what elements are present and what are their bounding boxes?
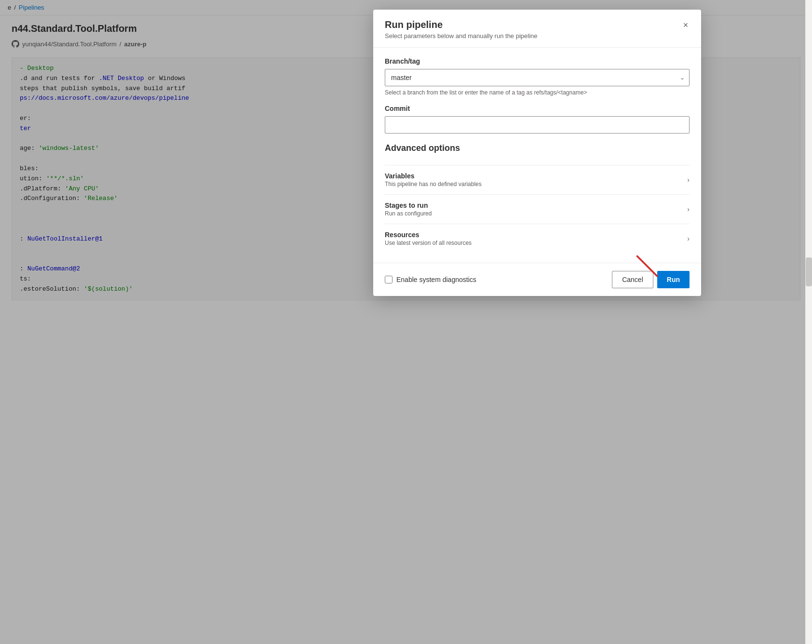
modal-subtitle: Select parameters below and manually run… (385, 32, 690, 40)
scrollbar-thumb[interactable] (806, 257, 812, 286)
chevron-right-stages-icon: › (687, 205, 690, 213)
resources-content: Resources Use latest version of all reso… (385, 231, 683, 246)
commit-input[interactable] (385, 116, 690, 134)
stages-title: Stages to run (385, 201, 683, 209)
advanced-options-title: Advanced options (385, 143, 690, 157)
branch-select[interactable]: master (385, 69, 690, 86)
cancel-button[interactable]: Cancel (612, 271, 653, 288)
variables-title: Variables (385, 172, 683, 180)
branch-hint: Select a branch from the list or enter t… (385, 89, 690, 96)
commit-label: Commit (385, 105, 690, 112)
footer-buttons: Cancel Run (612, 271, 690, 288)
run-pipeline-modal: Run pipeline Select parameters below and… (373, 10, 701, 296)
chevron-right-icon: › (687, 176, 690, 184)
close-button[interactable]: × (678, 17, 693, 33)
variables-content: Variables This pipeline has no defined v… (385, 172, 683, 188)
modal-body: Branch/tag master ⌄ Select a branch from… (373, 48, 701, 263)
modal-title: Run pipeline (385, 19, 690, 30)
stages-row[interactable]: Stages to run Run as configured › (385, 194, 690, 224)
chevron-right-resources-icon: › (687, 235, 690, 242)
stages-content: Stages to run Run as configured (385, 201, 683, 217)
resources-subtitle: Use latest version of all resources (385, 240, 683, 246)
resources-row[interactable]: Resources Use latest version of all reso… (385, 224, 690, 253)
modal-header: Run pipeline Select parameters below and… (373, 10, 701, 48)
diagnostics-checkbox[interactable] (385, 276, 392, 283)
resources-title: Resources (385, 231, 683, 239)
modal-footer: Enable system diagnostics Cancel Run (373, 263, 701, 296)
variables-row[interactable]: Variables This pipeline has no defined v… (385, 165, 690, 194)
branch-tag-label: Branch/tag (385, 57, 690, 65)
diagnostics-row: Enable system diagnostics (385, 276, 476, 283)
stages-subtitle: Run as configured (385, 210, 683, 217)
diagnostics-label: Enable system diagnostics (396, 276, 476, 283)
branch-select-wrapper: master ⌄ (385, 69, 690, 86)
run-button[interactable]: Run (657, 271, 690, 288)
scrollbar-track[interactable] (805, 0, 812, 644)
variables-subtitle: This pipeline has no defined variables (385, 181, 683, 188)
